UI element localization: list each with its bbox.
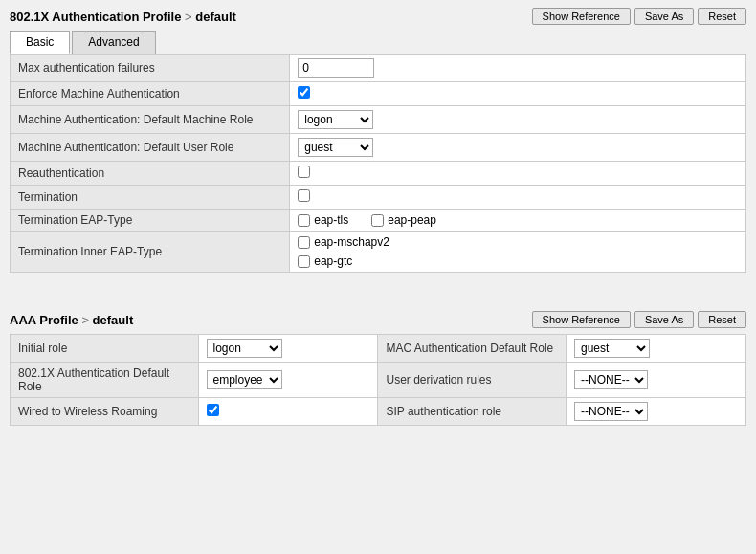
section1-show-reference-button[interactable]: Show Reference: [532, 8, 631, 25]
mac-auth-default-role-select[interactable]: logon guest employee: [574, 339, 650, 358]
sip-authentication-role-select[interactable]: --NONE--: [574, 402, 648, 421]
eap-gtc-checkbox[interactable]: [298, 255, 310, 268]
section1-save-as-button[interactable]: Save As: [634, 8, 694, 25]
eap-type-options: eap-tls eap-peap: [298, 213, 738, 227]
termination-eap-type-value: eap-tls eap-peap: [290, 210, 746, 232]
section2-profile-name: default: [93, 313, 134, 327]
section2-show-reference-button[interactable]: Show Reference: [532, 311, 631, 328]
section2-header: AAA Profile > default Show Reference Sav…: [10, 311, 746, 328]
section2-form-table: Initial role logon guest employee MAC Au…: [10, 334, 746, 426]
reauthentication-value: [290, 162, 746, 186]
section2-header-buttons: Show Reference Save As Reset: [532, 311, 746, 328]
table-row: Termination: [11, 186, 746, 210]
table-row: Max authentication failures: [11, 55, 746, 82]
dot1x-auth-default-role-value: logon guest employee: [198, 363, 378, 398]
max-auth-failures-input[interactable]: [298, 58, 374, 78]
table-row: Enforce Machine Authentication: [11, 82, 746, 106]
enforce-machine-auth-value: [290, 82, 746, 106]
initial-role-value: logon guest employee: [198, 335, 378, 363]
termination-value: [290, 186, 746, 210]
eap-tls-label: eap-tls: [314, 213, 348, 227]
eap-tls-checkbox[interactable]: [298, 214, 310, 227]
table-row: Reauthentication: [11, 162, 746, 186]
sip-authentication-role-value: --NONE--: [567, 398, 746, 426]
termination-checkbox[interactable]: [298, 189, 310, 202]
machine-auth-default-user-role-label: Machine Authentication: Default User Rol…: [11, 134, 290, 162]
termination-label: Termination: [11, 186, 290, 210]
max-auth-failures-label: Max authentication failures: [11, 55, 290, 82]
eap-peap-checkbox[interactable]: [371, 214, 384, 227]
section2-save-as-button[interactable]: Save As: [634, 311, 694, 328]
mac-auth-default-role-value: logon guest employee: [567, 335, 746, 363]
section1-container: 802.1X Authentication Profile > default …: [0, 0, 756, 284]
sip-authentication-role-label: SIP authentication role: [378, 398, 567, 426]
section2-title: AAA Profile > default: [10, 313, 133, 327]
max-auth-failures-value: [290, 55, 746, 82]
initial-role-select[interactable]: logon guest employee: [207, 339, 282, 358]
reauthentication-label: Reauthentication: [11, 162, 290, 186]
table-row: Termination EAP-Type eap-tls eap-peap: [11, 210, 746, 232]
section1-reset-button[interactable]: Reset: [698, 8, 746, 25]
dot1x-auth-default-role-label: 802.1X Authentication Default Role: [11, 363, 199, 398]
section2-profile-type: AAA Profile: [10, 313, 78, 327]
machine-auth-default-machine-role-label: Machine Authentication: Default Machine …: [11, 106, 290, 134]
mac-auth-default-role-label: MAC Authentication Default Role: [378, 335, 567, 363]
tab-advanced[interactable]: Advanced: [72, 31, 155, 54]
section1-separator: >: [185, 10, 192, 24]
table-row: Initial role logon guest employee MAC Au…: [11, 335, 746, 363]
section1-header-buttons: Show Reference Save As Reset: [532, 8, 746, 25]
table-row: Wired to Wireless Roaming SIP authentica…: [11, 398, 746, 426]
section2-separator: >: [81, 313, 89, 327]
wired-to-wireless-roaming-value: [198, 398, 378, 426]
termination-inner-eap-type-value: eap-mschapv2 eap-gtc: [290, 232, 746, 273]
section1-header: 802.1X Authentication Profile > default …: [10, 8, 746, 25]
section2-container: AAA Profile > default Show Reference Sav…: [0, 303, 756, 437]
eap-gtc-label: eap-gtc: [314, 255, 352, 268]
section1-form-table: Max authentication failures Enforce Mach…: [10, 54, 746, 273]
user-derivation-rules-label: User derivation rules: [378, 363, 567, 398]
eap-gtc-option: eap-gtc: [298, 255, 738, 268]
machine-auth-default-machine-role-value: logon guest employee: [290, 106, 746, 134]
table-row: Termination Inner EAP-Type eap-mschapv2 …: [11, 232, 746, 273]
section1-profile-type: 802.1X Authentication Profile: [10, 10, 181, 24]
table-row: Machine Authentication: Default Machine …: [11, 106, 746, 134]
termination-eap-type-label: Termination EAP-Type: [11, 210, 290, 232]
eap-mschapv2-label: eap-mschapv2: [314, 235, 389, 249]
initial-role-label: Initial role: [11, 335, 199, 363]
table-row: 802.1X Authentication Default Role logon…: [11, 363, 746, 398]
eap-peap-label: eap-peap: [388, 213, 436, 227]
tab-basic[interactable]: Basic: [10, 31, 70, 54]
inner-eap-type-options: eap-mschapv2 eap-gtc: [298, 235, 738, 268]
table-row: Machine Authentication: Default User Rol…: [11, 134, 746, 162]
reauthentication-checkbox[interactable]: [298, 166, 310, 178]
user-derivation-rules-select[interactable]: --NONE--: [574, 370, 648, 389]
enforce-machine-auth-checkbox[interactable]: [298, 86, 310, 99]
section2-reset-button[interactable]: Reset: [698, 311, 746, 328]
user-derivation-rules-value: --NONE--: [567, 363, 746, 398]
machine-auth-default-user-role-value: logon guest employee: [290, 134, 746, 162]
termination-inner-eap-type-label: Termination Inner EAP-Type: [11, 232, 290, 273]
eap-peap-option: eap-peap: [371, 213, 436, 227]
machine-auth-default-machine-role-select[interactable]: logon guest employee: [298, 110, 373, 129]
eap-tls-option: eap-tls: [298, 213, 348, 227]
eap-mschapv2-checkbox[interactable]: [298, 236, 310, 249]
machine-auth-default-user-role-select[interactable]: logon guest employee: [298, 138, 373, 157]
eap-mschapv2-option: eap-mschapv2: [298, 235, 738, 249]
dot1x-auth-default-role-select[interactable]: logon guest employee: [207, 370, 282, 389]
enforce-machine-auth-label: Enforce Machine Authentication: [11, 82, 290, 106]
section1-title: 802.1X Authentication Profile > default: [10, 10, 236, 24]
wired-to-wireless-roaming-checkbox[interactable]: [207, 404, 219, 416]
section1-tabs: Basic Advanced: [10, 31, 746, 54]
gap-divider: [0, 284, 756, 303]
section1-profile-name: default: [195, 10, 236, 24]
wired-to-wireless-roaming-label: Wired to Wireless Roaming: [11, 398, 199, 426]
